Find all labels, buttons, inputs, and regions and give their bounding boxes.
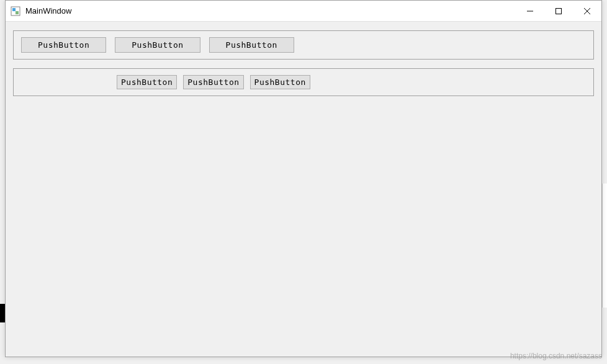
window-controls <box>516 1 601 21</box>
window-title: MainWindow <box>25 6 516 16</box>
push-button[interactable]: PushButton <box>117 75 177 89</box>
close-button[interactable] <box>573 1 601 22</box>
push-button[interactable]: PushButton <box>115 37 200 53</box>
button-row-1: PushButton PushButton PushButton <box>21 37 586 53</box>
close-icon <box>584 8 590 14</box>
groupbox-1: PushButton PushButton PushButton <box>13 30 594 60</box>
main-window: MainWindow PushButton <box>5 0 602 357</box>
background-fragment <box>0 304 5 322</box>
push-button[interactable]: PushButton <box>21 37 106 53</box>
svg-rect-2 <box>16 11 19 14</box>
svg-rect-4 <box>556 9 562 14</box>
push-button[interactable]: PushButton <box>209 37 294 53</box>
app-icon <box>11 6 20 16</box>
groupbox-2: PushButton PushButton PushButton <box>13 68 594 96</box>
minimize-button[interactable] <box>516 1 544 22</box>
background-sidebar-fragment <box>602 184 607 308</box>
push-button[interactable]: PushButton <box>183 75 243 89</box>
button-row-2: PushButton PushButton PushButton <box>21 75 586 89</box>
push-button[interactable]: PushButton <box>250 75 310 89</box>
maximize-button[interactable] <box>544 1 573 22</box>
maximize-icon <box>555 8 562 14</box>
svg-rect-1 <box>12 8 16 11</box>
client-area: PushButton PushButton PushButton PushBut… <box>6 22 601 357</box>
minimize-icon <box>527 8 533 14</box>
window-titlebar[interactable]: MainWindow <box>6 1 601 22</box>
